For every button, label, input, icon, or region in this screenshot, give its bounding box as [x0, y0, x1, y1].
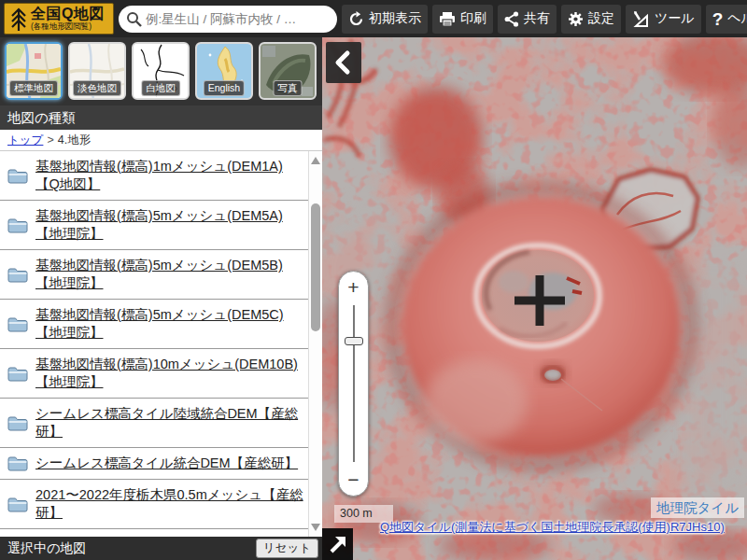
- breadcrumb-current: 4.地形: [58, 133, 91, 147]
- folder-icon: [7, 267, 28, 283]
- map-area: + − 300 m 地理院タイル Q地図タイル(測量法に基づく国土地理院長承認(…: [322, 37, 747, 560]
- list-scrollbar: [308, 151, 322, 537]
- list-item[interactable]: 基盤地図情報(標高)10mメッシュ(DEM10B)【地理院】: [0, 349, 308, 399]
- zoom-slider-track[interactable]: [339, 303, 368, 464]
- sidebar-collapse-button[interactable]: [326, 42, 361, 83]
- list-item[interactable]: 基盤地図情報(標高)5mメッシュ(DEM5B)【地理院】: [0, 250, 308, 300]
- folder-icon: [7, 217, 28, 233]
- tools-icon: [632, 11, 650, 27]
- search-box: [119, 6, 337, 33]
- reset-view-button[interactable]: 初期表示: [342, 5, 428, 34]
- basemap-thumbnail-english[interactable]: English: [195, 42, 253, 100]
- share-icon: [504, 11, 519, 27]
- tile-credit-link[interactable]: 地理院タイル: [651, 497, 744, 518]
- list-item[interactable]: 基盤地図情報(標高)5mメッシュ(DEM5A)【地理院】: [0, 201, 308, 250]
- print-icon: [439, 11, 456, 27]
- tools-button[interactable]: ツール: [626, 5, 701, 34]
- list-item[interactable]: 基盤地図情報(標高)1mメッシュ(DEM1A)【Q地図】: [0, 151, 308, 201]
- basemap-thumbnail-blank[interactable]: 白地図: [132, 42, 190, 100]
- list-item[interactable]: シームレス標高タイル統合DEM【産総研】: [0, 448, 308, 480]
- basemap-label: 白地図: [141, 80, 180, 96]
- basemap-label: English: [204, 80, 245, 96]
- basemap-thumbnail-photo[interactable]: 写真: [259, 42, 317, 100]
- breadcrumb-home-link[interactable]: トップ: [7, 133, 43, 147]
- settings-button[interactable]: 設定: [561, 5, 621, 34]
- folder-icon: [7, 497, 28, 512]
- folder-icon: [7, 455, 28, 471]
- folder-icon: [7, 168, 28, 184]
- search-input[interactable]: [146, 12, 330, 26]
- folder-icon: [7, 316, 28, 332]
- breadcrumb-separator: >: [47, 133, 53, 147]
- breadcrumb: トップ>4.地形: [0, 130, 322, 151]
- selected-maps-bar: 選択中の地図 リセット: [0, 537, 322, 560]
- reset-button[interactable]: リセット: [256, 539, 318, 558]
- print-button[interactable]: 印刷: [432, 5, 493, 34]
- sidebar: 標準地図 淡色地図: [0, 37, 322, 560]
- zoom-in-button[interactable]: +: [339, 272, 368, 303]
- basemap-thumbnail-standard[interactable]: 標準地図: [5, 42, 63, 100]
- scroll-down-arrow[interactable]: [311, 524, 320, 531]
- list-item[interactable]: 2022〜2023年度東京都0.25mメッシュ【産総研】: [0, 529, 308, 537]
- list-item[interactable]: シームレス標高タイル陸域統合DEM【産総研】: [0, 399, 308, 448]
- zoom-control: + −: [338, 271, 369, 497]
- gear-icon: [568, 11, 584, 27]
- logo-title: 全国Q地図: [31, 7, 105, 21]
- basemap-selector: 標準地図 淡色地図: [0, 37, 322, 105]
- app-logo[interactable]: 全国Q地図 (各種地形図閲覧): [4, 3, 114, 35]
- map-attribution: Q地図タイル(測量法に基づく国土地理院長承認(使用)R7JHs10): [380, 520, 746, 536]
- help-button[interactable]: ? ヘルプ: [706, 5, 747, 34]
- zoom-out-button[interactable]: −: [339, 464, 368, 496]
- selected-maps-label: 選択中の地図: [7, 540, 86, 555]
- basemap-label: 標準地図: [9, 80, 58, 96]
- basemap-label: 淡色地図: [73, 80, 121, 96]
- red-relief-map-canvas[interactable]: [322, 37, 747, 560]
- section-title: 地図の種類: [0, 105, 322, 130]
- search-icon: [126, 11, 142, 27]
- attribution-link[interactable]: Q地図タイル(測量法に基づく国土地理院長承認(使用)R7JHs10): [380, 520, 725, 534]
- list-item[interactable]: 基盤地図情報(標高)5mメッシュ(DEM5C)【地理院】: [0, 300, 308, 349]
- logo-subtitle: (各種地形図閲覧): [31, 22, 105, 31]
- conifer-tree-icon: [8, 7, 29, 32]
- refresh-icon: [348, 11, 364, 27]
- zoom-slider-handle[interactable]: [345, 337, 363, 345]
- arrow-up-right-icon: [322, 528, 353, 560]
- basemap-label: 写真: [274, 80, 303, 96]
- chevron-left-icon: [326, 42, 361, 83]
- list-item[interactable]: 2021〜2022年度栃木県0.5mメッシュ【産総研】: [0, 480, 308, 529]
- fullscreen-expand-button[interactable]: [322, 528, 353, 560]
- folder-icon: [7, 366, 28, 382]
- folder-icon: [7, 415, 28, 431]
- map-type-list: 基盤地図情報(標高)1mメッシュ(DEM1A)【Q地図】 基盤地図情報(標高)5…: [0, 151, 322, 537]
- scrollbar-thumb[interactable]: [311, 203, 320, 331]
- share-button[interactable]: 共有: [498, 5, 557, 34]
- basemap-thumbnail-pale[interactable]: 淡色地図: [68, 42, 126, 100]
- toolbar: 全国Q地図 (各種地形図閲覧) 初期表示: [0, 0, 747, 37]
- scroll-up-arrow[interactable]: [311, 157, 320, 164]
- help-icon: ?: [712, 10, 724, 28]
- app-window: 全国Q地図 (各種地形図閲覧) 初期表示: [0, 0, 747, 560]
- zoom-slider-line: [353, 305, 355, 462]
